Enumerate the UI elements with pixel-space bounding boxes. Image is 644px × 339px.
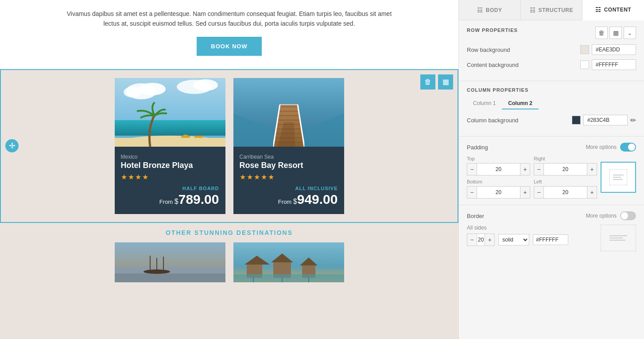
padding-top-input[interactable]: − 20 + xyxy=(467,163,530,175)
padding-left-minus[interactable]: − xyxy=(534,187,544,198)
destination-img-2 xyxy=(233,242,344,282)
padding-left-plus[interactable]: + xyxy=(587,187,597,198)
delete-row-button[interactable]: 🗑 xyxy=(595,27,608,39)
card-location-1: Mexico xyxy=(121,154,219,160)
padding-right-minus[interactable]: − xyxy=(534,164,544,175)
column-background-value: ✏ xyxy=(572,115,636,125)
destination-card-2[interactable] xyxy=(233,242,344,282)
padding-bottom-control: Bottom − 20 + xyxy=(467,179,530,199)
structure-tab-label: STRUCTURE xyxy=(539,7,574,13)
destination-card-1[interactable] xyxy=(115,242,225,282)
content-bg-swatch[interactable] xyxy=(580,60,589,69)
padding-section: Padding More options Top − 20 + Right − xyxy=(459,136,644,205)
column-tabs: Column 1 Column 2 xyxy=(467,98,636,109)
padding-right-input[interactable]: − 20 + xyxy=(534,163,597,175)
copy-row-button[interactable]: ▦ xyxy=(609,27,622,39)
add-element-button[interactable]: ✛ xyxy=(5,139,19,152)
from-label-1: From xyxy=(159,199,173,205)
border-visual xyxy=(601,225,636,251)
padding-controls: Top − 20 + Right − 20 + xyxy=(467,156,636,199)
padding-top-plus[interactable]: + xyxy=(520,164,530,175)
trash-icon: 🗑 xyxy=(424,78,431,86)
border-plus[interactable]: + xyxy=(485,234,494,245)
delete-card-button[interactable]: 🗑 xyxy=(420,74,435,90)
from-label-2: From xyxy=(278,199,291,205)
body-tab-label: BODY xyxy=(486,7,502,13)
border-controls-row: − 20 + solid xyxy=(467,234,596,246)
padding-left-value: 20 xyxy=(544,189,587,195)
card-stars-1: ★★★★ xyxy=(121,173,219,181)
other-section: OTHER STUNNING DESTINATIONS xyxy=(0,223,458,282)
duplicate-card-button[interactable]: ▦ xyxy=(438,74,453,90)
hotel-card-2[interactable]: Carribean Sea Rose Bay Resort ★★★★★ ALL … xyxy=(233,78,344,214)
card-price-2: From $949.00 xyxy=(240,192,338,207)
svg-rect-10 xyxy=(183,135,188,136)
pv-line-2 xyxy=(613,177,621,178)
border-toggle[interactable] xyxy=(620,211,636,220)
collapse-row-button[interactable]: ⌄ xyxy=(624,27,636,39)
book-now-button[interactable]: BOOK NOW xyxy=(197,37,261,56)
padding-bottom-value: 20 xyxy=(477,189,520,195)
padding-bottom-minus[interactable]: − xyxy=(467,187,477,198)
currency-1: $ xyxy=(175,198,178,205)
other-cards-row xyxy=(106,242,352,282)
border-type-select[interactable]: solid xyxy=(498,234,529,245)
content-background-label: Content background xyxy=(467,62,519,68)
top-section: Vivamus dapibus sit amet est a pellentes… xyxy=(0,0,458,69)
padding-right-plus[interactable]: + xyxy=(587,164,597,175)
content-tab-icon: ☷ xyxy=(595,6,601,13)
plus-icon: ✛ xyxy=(9,141,16,151)
copy-icon: ▦ xyxy=(442,78,449,86)
padding-top-label: Top xyxy=(467,156,530,161)
price-1: 789.00 xyxy=(178,192,219,207)
tab-structure[interactable]: ☷ STRUCTURE xyxy=(521,0,583,20)
content-bg-input[interactable] xyxy=(592,59,636,70)
border-section: Border More options All sides − 20 + sol… xyxy=(459,205,644,257)
padding-right-label: Right xyxy=(534,156,597,161)
destination-img-1 xyxy=(115,242,225,282)
border-minus[interactable]: − xyxy=(467,234,477,245)
padding-more-options[interactable]: More options xyxy=(586,144,617,150)
svg-point-37 xyxy=(144,269,170,274)
padding-bottom-plus[interactable]: + xyxy=(520,187,530,198)
beach-image xyxy=(115,78,225,147)
col-bg-swatch[interactable] xyxy=(572,116,581,125)
svg-rect-33 xyxy=(115,273,225,282)
card-body-2: Carribean Sea Rose Bay Resort ★★★★★ ALL … xyxy=(233,148,344,214)
border-more-options[interactable]: More options xyxy=(586,213,617,219)
card-action-icons: 🗑 ▦ xyxy=(420,74,453,90)
col-tab-2[interactable]: Column 2 xyxy=(502,98,539,109)
col-bg-input[interactable] xyxy=(583,115,628,125)
content-background-value xyxy=(580,59,636,70)
padding-bottom-input[interactable]: − 20 + xyxy=(467,186,530,199)
col-tab-1[interactable]: Column 1 xyxy=(467,98,502,109)
row-properties-title: ROW PROPERTIES xyxy=(467,27,518,33)
cursor-icon: ✏ xyxy=(630,116,636,125)
tab-content[interactable]: ☷ CONTENT xyxy=(582,0,644,20)
card-board-2: ALL INCLUSIVE xyxy=(240,186,338,191)
row-background-value xyxy=(580,44,636,55)
tab-body[interactable]: ☷ BODY xyxy=(459,0,521,20)
padding-right-value: 20 xyxy=(544,166,587,172)
row-bg-input[interactable] xyxy=(592,44,636,55)
border-color-input[interactable] xyxy=(533,234,568,245)
content-background-row: Content background xyxy=(467,59,636,70)
hotel-card-1[interactable]: Mexico Hotel Bronze Playa ★★★★ HALF BOAR… xyxy=(115,78,225,214)
padding-toggle[interactable] xyxy=(620,143,636,152)
padding-top-minus[interactable]: − xyxy=(467,164,477,175)
body-text: Vivamus dapibus sit amet est a pellentes… xyxy=(62,9,396,29)
card-name-1: Hotel Bronze Playa xyxy=(121,161,219,170)
pv-line-3 xyxy=(613,179,623,180)
svg-point-2 xyxy=(139,83,166,95)
body-tab-icon: ☷ xyxy=(477,7,483,14)
price-2: 949.00 xyxy=(297,192,338,207)
other-title: OTHER STUNNING DESTINATIONS xyxy=(106,229,352,236)
pv-line-1 xyxy=(613,175,624,175)
padding-left-input[interactable]: − 20 + xyxy=(534,186,597,199)
column-background-row: Column background ✏ xyxy=(467,115,636,125)
border-all-sides-label: All sides xyxy=(467,225,596,231)
card-name-2: Rose Bay Resort xyxy=(240,161,338,170)
border-toggle-row: Border More options xyxy=(467,211,636,220)
row-bg-swatch[interactable] xyxy=(580,45,589,54)
border-num-row[interactable]: − 20 + xyxy=(467,234,495,246)
